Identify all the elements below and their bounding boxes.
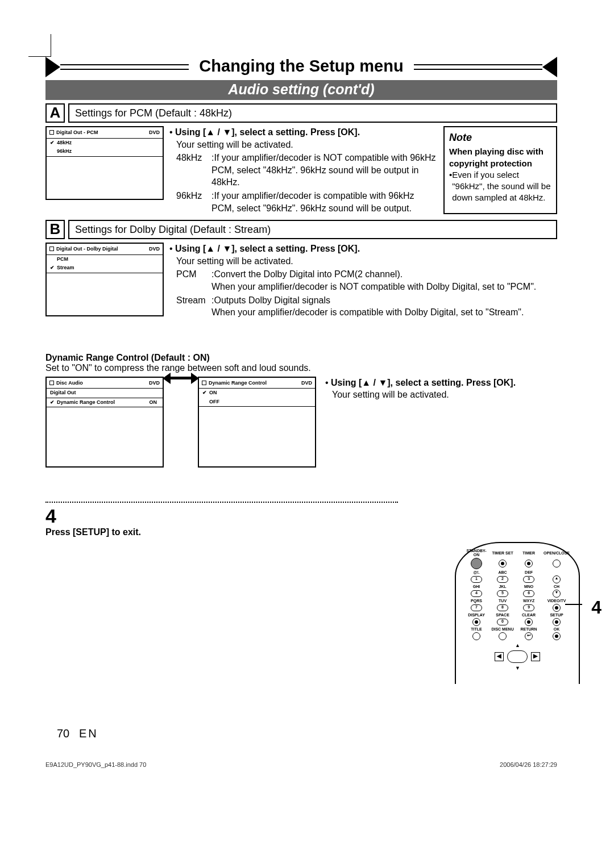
osd-drc: Dynamic Range Control DVD ON OFF: [198, 377, 316, 468]
btn-5: 5: [497, 590, 508, 597]
osd-da-r2: Dynamic Range Control: [57, 399, 115, 405]
lbl: MNO: [524, 585, 533, 589]
k-pcm: PCM: [176, 268, 211, 293]
instr-drc: Using [▲ / ▼], select a setting. Press […: [331, 378, 516, 387]
lbl: DISC MENU: [491, 627, 513, 631]
btn-6: 6: [523, 590, 534, 597]
lbl: TITLE: [471, 627, 482, 631]
btn-chdn: ▼: [553, 590, 561, 598]
lbl: CLEAR: [522, 613, 536, 617]
lbl: TUV: [499, 599, 507, 603]
lbl-timerset: TIMER SET: [492, 551, 513, 555]
lbl-timer: TIMER: [522, 551, 535, 555]
step-4-number: 4: [45, 505, 557, 527]
v-96: :If your amplifier/decoder is compatible…: [211, 190, 438, 214]
drc-text: • Using [▲ / ▼], select a setting. Press…: [316, 377, 557, 401]
lbl: SPACE: [496, 613, 509, 617]
btn-standby: [471, 558, 482, 569]
line-a1: Your setting will be activated.: [169, 139, 438, 151]
print-footer: E9A12UD_PY90VG_p41-88.indd 70 2006/04/26…: [45, 761, 557, 768]
instr-a: Using [▲ / ▼], select a setting. Press […: [175, 127, 360, 137]
lbl: @!.: [473, 570, 479, 574]
v-pcm: :Convert the Dolby Digital into PCM(2 ch…: [211, 269, 403, 279]
osd-dolby-header: Digital Out - Dolby Digital: [56, 246, 118, 252]
btn-7: 7: [471, 604, 482, 611]
osd-badge: DVD: [301, 379, 312, 387]
osd-drc-off: OFF: [199, 398, 315, 407]
print-file: E9A12UD_PY90VG_p41-88.indd 70: [45, 761, 146, 768]
btn-3: 3: [523, 576, 534, 583]
osd-drc-header: Dynamic Range Control: [209, 380, 267, 386]
btn-openclose: [553, 560, 561, 567]
lbl: GHI: [473, 585, 480, 589]
lbl: VIDEO/TV: [547, 599, 566, 603]
osd-drc-on: ON: [199, 389, 315, 398]
osd-pcm-header: Digital Out - PCM: [56, 130, 98, 135]
osd-row-48khz: 48kHz: [47, 139, 163, 148]
osd-badge: DVD: [149, 245, 160, 253]
btn-timerset: [499, 560, 507, 567]
v-pcmb: When your amplifier/decoder is NOT compa…: [211, 282, 536, 291]
lbl: JKL: [499, 585, 506, 589]
lbl-openclose: OPEN/CLOSE: [544, 551, 570, 555]
line-b1: Your setting will be activated.: [169, 255, 557, 268]
note-box: Note When playing disc with copyright pr…: [443, 126, 557, 214]
osd-badge: DVD: [149, 129, 160, 137]
btn-8: 8: [497, 604, 508, 611]
double-arrow-icon: [164, 377, 198, 379]
section-letter-a: A: [45, 103, 65, 123]
subtitle-bar: Audio setting (cont'd): [45, 80, 557, 100]
btn-display: [472, 618, 480, 626]
page-title: Changing the Setup menu: [189, 57, 413, 76]
btn-return: ↩: [525, 632, 533, 640]
dpad: ▲▼: [495, 642, 540, 671]
osd-da-header: Disc Audio: [56, 380, 83, 386]
lbl: DISPLAY: [468, 613, 485, 617]
btn-4: 4: [471, 590, 482, 597]
osd-row-pcm: PCM: [47, 255, 163, 264]
btn-1: 1: [471, 576, 482, 583]
btn-title: [472, 632, 480, 640]
osd-da-r1: Digital Out: [47, 389, 163, 398]
page-lang: EN: [79, 727, 98, 740]
osd-disc-audio: Disc Audio DVD Digital Out Dynamic Range…: [45, 377, 164, 468]
section-b-title: Settings for Dolby Digital (Default : St…: [68, 220, 557, 239]
osd-pcm: Digital Out - PCM DVD 48kHz 96kHz: [45, 126, 164, 200]
btn-timer: [525, 560, 533, 567]
crop-mark: [28, 34, 51, 57]
btn-chup: ▲: [553, 575, 561, 583]
callout-4: 4: [591, 597, 601, 618]
page-footer: 70 EN: [57, 727, 98, 740]
callout-line: [565, 604, 582, 605]
osd-da-r2v: ON: [150, 399, 160, 407]
lbl: RETURN: [520, 627, 537, 631]
k-48: 48kHz: [176, 152, 211, 189]
section-a-title: Settings for PCM (Default : 48kHz): [68, 103, 557, 123]
instr-b: Using [▲ / ▼], select a setting. Press […: [175, 244, 360, 253]
btn-ok: [553, 632, 561, 640]
note-heading: When playing disc with copyright protect…: [449, 147, 544, 168]
osd-dolby: Digital Out - Dolby Digital DVD PCM Stre…: [45, 243, 164, 316]
print-ts: 2006/04/26 18:27:29: [500, 761, 557, 768]
btn-0: 0: [497, 619, 508, 625]
lbl-standby: STANDBY-ON: [465, 549, 488, 557]
lbl: PQRS: [471, 599, 482, 603]
section-b-text: • Using [▲ / ▼], select a setting. Press…: [169, 243, 557, 319]
lbl: SETUP: [550, 613, 563, 617]
btn-clear: [525, 618, 533, 626]
note-bullet: Even if you select "96kHz", the sound wi…: [452, 169, 551, 204]
drc-sub: Set to "ON" to compress the range betwee…: [45, 363, 557, 373]
btn-discmenu: [499, 632, 507, 640]
osd-badge: DVD: [149, 379, 160, 387]
btn-9: 9: [523, 604, 534, 611]
osd-row-stream: Stream: [47, 264, 163, 273]
osd-row-96khz: 96kHz: [47, 147, 163, 156]
step-4-text: Press [SETUP] to exit.: [45, 527, 141, 537]
page-number: 70: [57, 727, 69, 740]
drc-heading: Dynamic Range Control (Default : ON): [45, 353, 557, 363]
section-a-text: • Using [▲ / ▼], select a setting. Press…: [169, 126, 438, 214]
line-drc: Your setting will be activated.: [325, 389, 557, 401]
section-letter-b: B: [45, 220, 65, 239]
btn-setup: [553, 618, 561, 626]
k-stream: Stream: [176, 294, 211, 319]
